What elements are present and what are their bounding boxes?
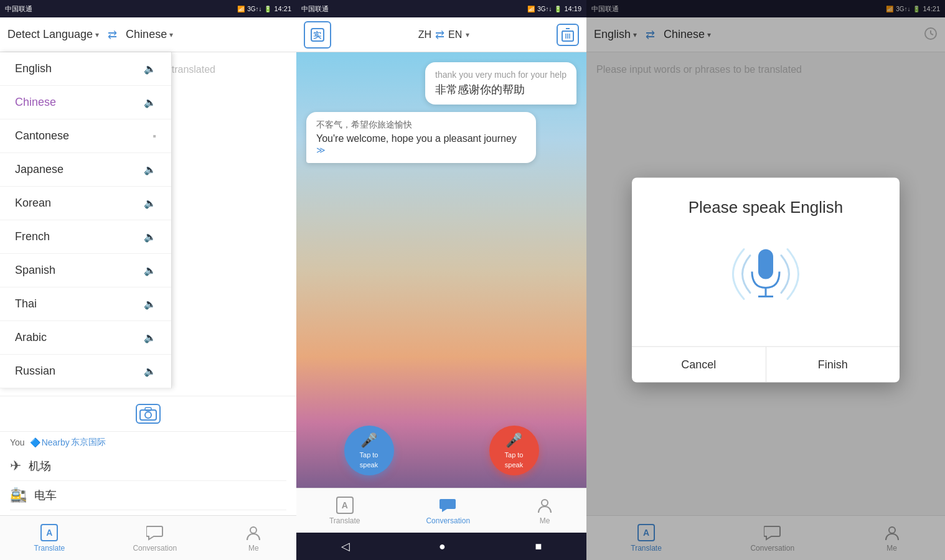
dropdown-item-japanese[interactable]: Japanese 🔈 [0,153,171,187]
middle-wifi-icon: 📶 [527,6,535,12]
nearby-item-airport[interactable]: ✈ 机场 [10,452,286,481]
speaker-icon-chinese[interactable]: 🔈 [144,96,156,108]
middle-status-icons: 📶 3G↑↓ 🔋 14:19 [527,5,581,12]
svg-rect-16 [758,250,773,279]
middle-carrier: 中国联通 [301,4,329,14]
dropdown-item-spanish[interactable]: Spanish 🔈 [0,254,171,287]
conv-swap-icon[interactable]: ⇄ [435,28,444,42]
navigation-icon: 🔷 [30,437,40,447]
left-target-lang-arrow: ▾ [169,30,173,39]
conv-message-1: thank you very much for your help 非常感谢你的… [425,62,576,105]
dialog-cancel-btn[interactable]: Cancel [632,347,766,383]
left-tab-me-label: Me [248,544,259,553]
mic-visual [716,237,816,312]
dropdown-item-russian[interactable]: Russian 🔈 [0,355,171,388]
speaker-icon-japanese[interactable]: 🔈 [144,164,156,175]
dropdown-item-arabic[interactable]: Arabic 🔈 [0,321,171,355]
middle-tab-translate[interactable]: A Translate [319,493,370,529]
left-camera-area [0,396,296,431]
speaker-icon-french[interactable]: 🔈 [144,231,156,243]
nearby-you-label: You [10,437,25,447]
me-tab-icon [245,524,262,541]
speak-btn-right-label: Tap to [505,451,524,459]
conv-msg1-zh-text: 非常感谢你的帮助 [435,82,525,97]
left-tab-conversation[interactable]: Conversation [123,520,187,556]
left-tab-translate[interactable]: A Translate [24,520,75,556]
speaker-icon-english[interactable]: 🔈 [144,63,156,75]
conv-right-lang: EN [448,29,462,40]
conv-bg: thank you very much for your help 非常感谢你的… [296,52,586,488]
dropdown-item-thai[interactable]: Thai 🔈 [0,287,171,321]
recents-btn[interactable]: ■ [535,540,542,553]
trash-icon-btn[interactable] [557,24,579,46]
speaker-icon-thai[interactable]: 🔈 [144,298,156,310]
conv-message-2: 不客气，希望你旅途愉快 You're welcome, hope you a p… [306,112,536,163]
dialog-finish-btn[interactable]: Finish [766,347,900,383]
nearby-link[interactable]: 🔷 Nearby 东京国际 [30,437,106,448]
middle-tab-me[interactable]: Me [526,493,563,529]
left-time: 14:21 [274,5,291,12]
speak-btn-left-label2: speak [360,461,378,469]
left-tab-me[interactable]: Me [235,520,272,556]
middle-me-icon [536,497,553,514]
dropdown-russian-label: Russian [15,365,55,378]
speaker-icon-korean[interactable]: 🔈 [144,197,156,209]
speak-btn-left-label: Tap to [360,451,378,459]
dropdown-item-english[interactable]: English 🔈 [0,52,171,86]
nearby-row: You 🔷 Nearby 东京国际 [10,437,286,448]
nearby-train-text: 电车 [34,488,57,503]
left-target-lang-selector[interactable]: Chinese ▾ [126,28,173,41]
middle-tab-conversation[interactable]: Conversation [416,493,480,529]
translate-tab-icon: A [40,524,58,541]
middle-conv-icon [440,497,457,514]
middle-tab-translate-label: Translate [329,516,360,525]
home-btn[interactable]: ● [439,540,446,553]
dropdown-item-korean[interactable]: Korean 🔈 [0,187,171,220]
conv-lang-switch: ZH ⇄ EN ▾ [418,28,470,42]
conv-lang-arrow: ▾ [466,30,469,39]
left-top-bar: Detect Language ▾ ⇄ Chinese ▾ [0,17,296,52]
camera-icon[interactable] [136,404,161,424]
conv-lang-icon-btn[interactable]: 实 [304,21,331,49]
left-screen: 中国联通 📶 3G↑↓ 🔋 14:21 Detect Language ▾ ⇄ … [0,0,296,560]
speak-btn-left[interactable]: 🎤 Tap to speak [344,426,394,475]
speak-buttons: 🎤 Tap to speak 🎤 Tap to speak [296,426,586,475]
left-source-lang-selector[interactable]: Detect Language ▾ [7,28,99,41]
speak-btn-right-label2: speak [505,461,523,469]
speaker-icon-russian[interactable]: 🔈 [144,365,156,377]
dropdown-item-french[interactable]: French 🔈 [0,220,171,254]
middle-signal: 3G↑↓ [537,6,552,12]
left-swap-icon[interactable]: ⇄ [108,28,117,42]
dropdown-english-label: English [15,62,52,75]
dropdown-item-cantonese[interactable]: Cantonese ▪ [0,119,171,153]
svg-point-12 [542,500,548,506]
speak-dialog-title: Please speak English [647,198,885,217]
middle-time: 14:19 [564,5,581,12]
middle-tab-conversation-label: Conversation [426,516,470,525]
left-status-icons: 📶 3G↑↓ 🔋 14:21 [237,5,291,12]
speaker-icon-spanish[interactable]: 🔈 [144,264,156,276]
mic-waves-svg [716,237,816,312]
right-screen: 中国联通 📶 3G↑↓ 🔋 14:21 English ▾ ⇄ Chinese … [586,0,945,560]
nearby-item-train[interactable]: 🚉 电车 [10,481,286,510]
left-source-lang-arrow: ▾ [95,30,99,39]
conversation-tab-icon [146,524,164,541]
back-btn[interactable]: ◁ [341,539,350,553]
speaker-wave-icon: ≫ [316,145,326,155]
nearby-link-label: Nearby [42,437,70,447]
conv-msg1-en: thank you very much for your help [435,70,567,80]
svg-text:实: 实 [313,30,322,40]
middle-tab-me-label: Me [540,516,550,525]
dropdown-spanish-label: Spanish [15,264,55,277]
left-tab-bar: A Translate Conversation Me [0,515,296,560]
speak-btn-right[interactable]: 🎤 Tap to speak [489,426,539,475]
speaker-icon-cantonese[interactable]: ▪ [153,131,156,142]
speaker-icon-arabic[interactable]: 🔈 [144,332,156,343]
nearby-airport-text: 机场 [29,459,51,474]
dropdown-item-chinese[interactable]: Chinese 🔈 [0,86,171,119]
dropdown-thai-label: Thai [15,297,37,310]
conv-msg2-zh: 不客气，希望你旅途愉快 [316,119,526,131]
dropdown-japanese-label: Japanese [15,163,63,176]
svg-rect-2 [145,408,151,411]
language-dropdown: English 🔈 Chinese 🔈 Cantonese ▪ Japanese… [0,52,172,388]
